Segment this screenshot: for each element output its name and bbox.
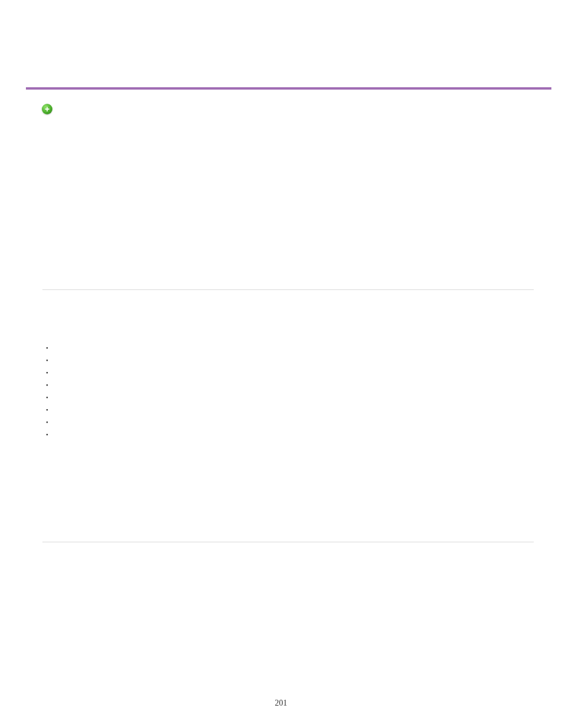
list-item bbox=[42, 404, 53, 417]
divider-rule bbox=[42, 289, 534, 290]
page-number: 201 bbox=[0, 699, 562, 708]
list-item bbox=[42, 380, 53, 392]
divider-rule bbox=[42, 542, 534, 542]
bullet-list bbox=[42, 342, 53, 442]
list-item bbox=[42, 392, 53, 404]
list-item bbox=[42, 342, 53, 355]
list-item bbox=[42, 429, 53, 442]
document-page: + 201 bbox=[0, 0, 562, 728]
plus-icon: + bbox=[42, 104, 52, 114]
list-item bbox=[42, 355, 53, 367]
list-item bbox=[42, 367, 53, 380]
top-horizontal-rule bbox=[26, 87, 551, 90]
plus-icon-glyph: + bbox=[45, 105, 49, 113]
list-item bbox=[42, 417, 53, 429]
